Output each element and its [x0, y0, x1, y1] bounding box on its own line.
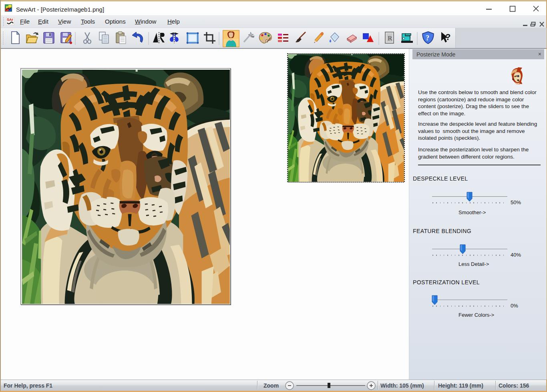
- svg-text:R: R: [388, 35, 392, 42]
- svg-text:?: ?: [426, 34, 429, 42]
- svg-text:w: w: [251, 34, 255, 38]
- svg-text:SAr: SAr: [7, 18, 14, 22]
- svg-text:?: ?: [445, 32, 450, 42]
